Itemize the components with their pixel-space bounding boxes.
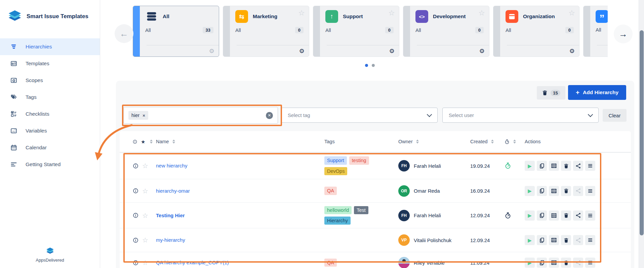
vertical-scrollbar[interactable] [639,0,644,268]
sidebar-item-hierarchies[interactable]: Hierarchies [0,38,100,55]
grid-view-button[interactable] [549,258,559,268]
copy-button[interactable] [537,258,547,268]
tag-badge[interactable]: QA [324,187,337,195]
tag-badge[interactable]: Hierarchy [324,217,351,225]
search-term-chip[interactable]: hier × [128,111,148,120]
star-icon[interactable]: ☆ [142,237,148,243]
grid-view-button[interactable] [549,235,559,245]
remove-chip-icon[interactable]: × [143,113,145,118]
sidebar-item-getting-started[interactable]: Getting Started [0,156,100,173]
sort-favorites-control[interactable] [150,140,153,144]
hierarchy-name-link[interactable]: Testing Hier [156,213,185,218]
delete-button[interactable] [561,161,571,171]
hierarchy-name-link[interactable]: my-hierarchy [156,237,185,243]
star-icon[interactable]: ☆ [568,9,575,17]
select-tag-dropdown[interactable]: Select tag [281,108,438,123]
category-card-all[interactable]: All All 33 ⚙ [133,6,219,57]
category-card-support[interactable]: ↑ Support ☆ All 0 ⚙ [313,6,399,57]
run-button[interactable]: ▶ [525,210,535,221]
column-header-created[interactable]: Created [470,139,504,144]
delete-button[interactable] [561,258,571,268]
column-header-name[interactable]: Name [156,139,324,144]
star-icon[interactable]: ☆ [142,188,148,194]
share-button[interactable] [573,210,583,221]
scrollbar-thumb[interactable] [640,30,644,235]
bulk-delete-button[interactable]: 15 [537,86,565,100]
menu-button[interactable] [585,210,595,221]
info-icon[interactable] [132,260,139,266]
run-button[interactable]: ▶ [525,186,535,196]
category-card-partial[interactable]: ” All ⚙ [583,6,608,57]
gear-icon[interactable]: ⚙ [299,48,305,54]
star-icon[interactable]: ☆ [478,9,485,17]
star-icon[interactable]: ☆ [142,162,148,169]
hierarchy-name-link[interactable]: QA hierarchy example_COPY(1) [156,260,229,265]
sidebar-item-variables[interactable]: (x) Variables [0,122,100,139]
category-card-marketing[interactable]: ⇆ Marketing ☆ All 0 ⚙ [223,6,309,57]
info-icon[interactable] [132,139,137,144]
search-input[interactable]: hier × ✕ [123,107,278,124]
category-card-development[interactable]: <> Development ☆ All 0 ⚙ [403,6,489,57]
menu-button[interactable] [585,235,595,245]
tag-badge[interactable]: helloworld [324,206,352,214]
clear-filters-button[interactable]: Clear [603,109,627,122]
copy-button[interactable] [537,161,547,171]
run-button[interactable]: ▶ [525,235,535,245]
carousel-next-button[interactable]: → [614,25,633,43]
sidebar: Smart Issue Templates Hierarchies Templa… [0,0,100,268]
sidebar-item-calendar[interactable]: Calendar [0,139,100,156]
sidebar-item-scopes[interactable]: Scopes [0,72,100,89]
column-header-owner[interactable]: Owner [398,139,470,144]
sidebar-item-checklists[interactable]: Checklists [0,106,100,122]
category-card-organization[interactable]: Organization ☆ All 0 ⚙ [493,6,579,57]
menu-button[interactable] [585,161,595,171]
sidebar-item-label: Variables [26,128,47,134]
pagination-dot-1[interactable] [365,64,368,67]
tag-badge[interactable]: QA [324,259,337,267]
star-icon[interactable]: ☆ [142,259,148,266]
star-icon[interactable]: ★ [141,139,145,144]
menu-button[interactable] [585,186,595,196]
star-icon[interactable]: ☆ [388,9,395,17]
tag-badge[interactable]: Test [354,206,368,214]
gear-icon[interactable]: ⚙ [569,48,575,54]
gear-icon[interactable]: ⚙ [389,48,395,54]
select-user-dropdown[interactable]: Select user [442,108,599,123]
copy-button[interactable] [537,235,547,245]
grid-view-button[interactable] [549,186,559,196]
delete-button[interactable] [561,210,571,221]
star-icon[interactable]: ☆ [142,212,148,219]
sidebar-item-tags[interactable]: Tags [0,89,100,106]
info-icon[interactable] [132,188,139,194]
share-button[interactable] [573,161,583,171]
info-icon[interactable] [132,212,139,219]
hierarchy-name-link[interactable]: new hierarchy [156,163,187,168]
column-header-actions: Actions [525,139,631,144]
gear-icon[interactable]: ⚙ [209,48,214,54]
pagination-dot-2[interactable] [372,64,375,67]
info-icon[interactable] [132,237,139,243]
add-hierarchy-button[interactable]: + Add Hierarchy [568,85,626,100]
tag-badge[interactable]: testing [349,156,369,164]
grid-view-button[interactable] [549,210,559,221]
menu-button[interactable] [585,258,595,268]
gear-icon[interactable]: ⚙ [479,48,485,54]
run-button[interactable]: ▶ [525,258,535,268]
delete-button[interactable] [561,235,571,245]
run-button[interactable]: ▶ [525,161,535,171]
star-icon[interactable]: ☆ [298,9,305,17]
owner-name: Farah Helali [414,163,441,169]
grid-view-button[interactable] [549,161,559,171]
column-header-timer[interactable] [504,139,525,145]
hierarchy-name-link[interactable]: hierarchy-omar [156,188,190,194]
copy-button[interactable] [537,186,547,196]
copy-button[interactable] [537,210,547,221]
tag-badge[interactable]: DevOps [324,167,347,175]
sidebar-item-templates[interactable]: Templates [0,55,100,72]
clear-search-icon[interactable]: ✕ [266,112,273,119]
sidebar-item-label: Checklists [26,111,49,117]
tag-badge[interactable]: Support [324,156,347,164]
carousel-prev-button[interactable]: ← [115,24,133,43]
info-icon[interactable] [132,163,139,169]
delete-button[interactable] [561,186,571,196]
